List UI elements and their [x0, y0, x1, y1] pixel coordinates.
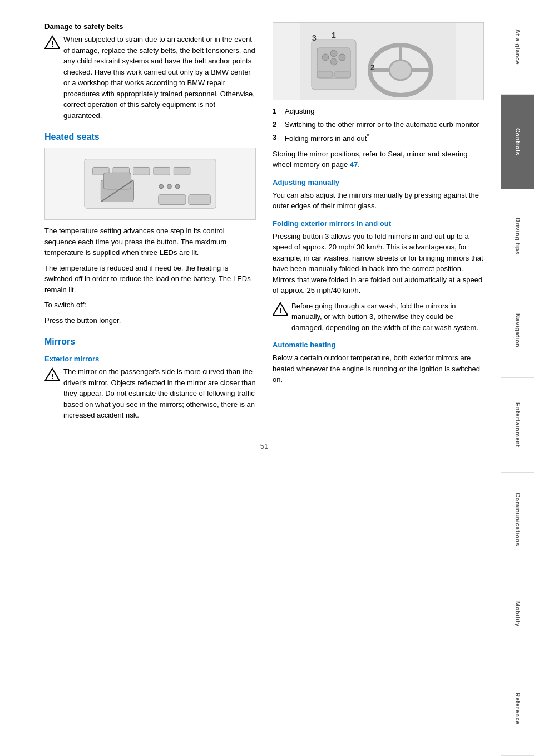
folding-title: Folding exterior mirrors in and out: [273, 219, 484, 228]
damage-warning-text: When subjected to strain due to an accid…: [63, 34, 256, 121]
sidebar-tab-navigation[interactable]: Navigation: [501, 283, 534, 378]
exterior-warning-text: The mirror on the passenger's side is mo…: [63, 366, 256, 421]
heated-seats-p2: The temperature is reduced and if need b…: [44, 263, 256, 296]
heated-seats-p3: To switch off:: [44, 300, 256, 311]
mirror-item-3: 3 Folding mirrors in and out*: [273, 132, 484, 144]
folding-warning-block: ! Before going through a car wash, fold …: [273, 301, 484, 333]
svg-rect-13: [159, 195, 186, 205]
exterior-warning-block: ! The mirror on the passenger's side is …: [44, 366, 256, 421]
svg-rect-7: [174, 167, 190, 175]
svg-rect-9: [103, 173, 131, 189]
right-sidebar: At a glance Controls Driving tips Naviga…: [501, 0, 534, 756]
page-number: 51: [44, 442, 484, 450]
svg-rect-31: [335, 72, 350, 77]
exterior-mirrors-title: Exterior mirrors: [44, 355, 256, 363]
mirrors-title: Mirrors: [44, 337, 256, 347]
item-num-3: 3: [273, 132, 280, 144]
folding-warning-text: Before going through a car wash, fold th…: [291, 301, 484, 333]
svg-text:3: 3: [312, 33, 317, 42]
sidebar-tab-controls[interactable]: Controls: [501, 95, 534, 189]
svg-text:!: !: [51, 372, 54, 381]
sidebar-tab-at-a-glance[interactable]: At a glance: [501, 0, 534, 95]
svg-point-20: [389, 60, 412, 80]
warning-icon-folding: !: [273, 301, 288, 317]
left-column: Damage to safety belts ! When subjected …: [44, 22, 256, 425]
warning-icon-exterior: !: [44, 367, 60, 382]
sidebar-tab-entertainment[interactable]: Entertainment: [501, 378, 534, 473]
svg-rect-6: [154, 167, 170, 175]
svg-text:2: 2: [370, 63, 375, 72]
main-content: Damage to safety belts ! When subjected …: [0, 0, 501, 756]
svg-text:!: !: [51, 40, 54, 48]
right-column: 1 2 3 1 Adjusting 2 Switching to the oth…: [273, 22, 484, 425]
warning-icon-damage: !: [44, 35, 60, 50]
mirror-item-1: 1 Adjusting: [273, 106, 484, 117]
auto-heating-title: Automatic heating: [273, 341, 484, 349]
auto-heating-text: Below a certain outdoor temperature, bot…: [273, 352, 484, 385]
sidebar-tab-mobility[interactable]: Mobility: [501, 567, 534, 662]
svg-point-11: [167, 184, 172, 189]
item3-text: Folding mirrors in and out*: [285, 132, 369, 144]
page-link-47[interactable]: 47: [350, 160, 358, 169]
heated-seats-image: [44, 148, 256, 220]
damage-title: Damage to safety belts: [44, 22, 256, 31]
svg-text:!: !: [279, 306, 282, 315]
svg-point-29: [330, 58, 337, 65]
damage-warning-block: ! When subjected to strain due to an acc…: [44, 34, 256, 121]
heated-seats-p1: The temperature setting advances one ste…: [44, 225, 256, 258]
adjusting-manually-text: You can also adjust the mirrors manually…: [273, 190, 484, 212]
folding-p1: Pressing button 3 allows you to fold mir…: [273, 231, 484, 296]
heated-seats-title: Heated seats: [44, 132, 256, 142]
sidebar-tab-driving-tips[interactable]: Driving tips: [501, 189, 534, 284]
asterisk-sup: *: [367, 133, 369, 139]
svg-point-12: [175, 184, 180, 189]
mirror-items-list: 1 Adjusting 2 Switching to the other mir…: [273, 106, 484, 144]
heated-seats-p4: Press the button longer.: [44, 315, 256, 326]
svg-rect-14: [189, 195, 210, 205]
svg-rect-30: [317, 72, 333, 77]
sidebar-tab-communications[interactable]: Communications: [501, 473, 534, 567]
sidebar-tab-reference[interactable]: Reference: [501, 661, 534, 756]
mirror-item-2: 2 Switching to the other mirror or to th…: [273, 119, 484, 130]
svg-point-27: [330, 50, 337, 57]
svg-text:1: 1: [332, 31, 336, 40]
storing-text: Storing the mirror positions, refer to S…: [273, 149, 484, 170]
svg-rect-5: [133, 167, 150, 175]
mirror-diagram-image: 1 2 3: [273, 22, 484, 100]
adjusting-manually-title: Adjusting manually: [273, 178, 484, 186]
svg-point-26: [322, 54, 329, 61]
item-num-2: 2: [273, 119, 280, 130]
item-num-1: 1: [273, 106, 280, 117]
svg-point-28: [339, 54, 345, 61]
svg-point-10: [159, 184, 164, 189]
